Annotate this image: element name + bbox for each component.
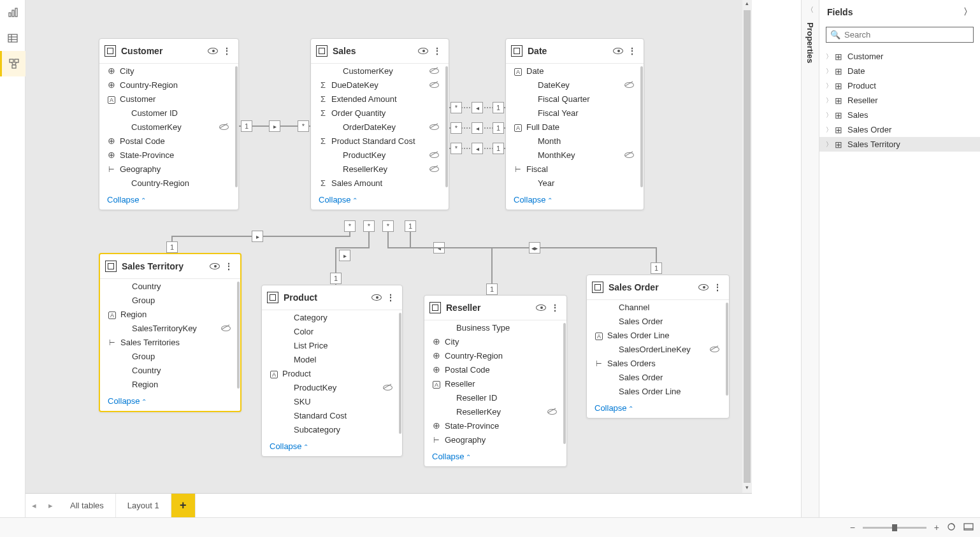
visibility-icon[interactable] — [208, 47, 220, 56]
tab-add-button[interactable]: + — [171, 494, 196, 518]
collapse-link[interactable]: Collapse⌃ — [311, 190, 449, 210]
model-view-button[interactable] — [0, 51, 25, 76]
field-row[interactable]: Postal Code — [99, 134, 238, 148]
field-row[interactable]: Country-Region — [99, 176, 238, 190]
fields-tree-item[interactable]: 〉Product — [819, 78, 980, 93]
collapse-link[interactable]: Collapse⌃ — [424, 447, 566, 466]
field-row[interactable]: SalesTerritoryKey — [100, 321, 240, 335]
table-header[interactable]: Sales Order — [587, 275, 729, 300]
table-sales-order[interactable]: Sales OrderChannelSales OrderSales Order… — [586, 275, 730, 419]
visibility-icon[interactable] — [210, 262, 222, 271]
collapse-link[interactable]: Collapse⌃ — [587, 398, 729, 418]
fields-search-box[interactable]: 🔍 — [826, 27, 974, 43]
tab-layout-1[interactable]: Layout 1 — [116, 494, 171, 518]
field-row[interactable]: Fiscal Year — [506, 106, 644, 120]
field-row[interactable]: Country-Region — [99, 78, 238, 92]
fields-tree-item[interactable]: 〉Customer — [819, 49, 980, 64]
field-row[interactable]: Extended Amount — [311, 92, 449, 106]
field-row[interactable]: Group — [100, 293, 240, 307]
table-header[interactable]: Date — [506, 39, 644, 64]
collapse-fields-button[interactable]: 〉 — [963, 6, 972, 18]
field-row[interactable]: DateKey — [506, 78, 644, 92]
collapse-link[interactable]: Collapse⌃ — [100, 391, 240, 411]
field-row[interactable]: Sales Territories — [100, 335, 240, 349]
fields-tree-item[interactable]: 〉Sales — [819, 108, 980, 122]
table-header[interactable]: Product — [262, 285, 402, 310]
fields-tree-item[interactable]: 〉Sales Order — [819, 122, 980, 137]
field-row[interactable]: Country — [100, 279, 240, 293]
field-row[interactable]: Category — [262, 310, 402, 324]
table-date[interactable]: DateDateDateKeyFiscal QuarterFiscal Year… — [505, 38, 644, 210]
field-row[interactable]: City — [424, 334, 566, 348]
field-row[interactable]: Channel — [587, 300, 729, 314]
more-options-button[interactable] — [431, 46, 443, 56]
field-row[interactable]: Sales Order Line — [587, 328, 729, 342]
field-row[interactable]: Geography — [99, 162, 238, 176]
field-row[interactable]: DueDateKey — [311, 78, 449, 92]
field-row[interactable]: ProductKey — [262, 380, 402, 394]
field-row[interactable]: ResellerKey — [424, 405, 566, 419]
field-row[interactable]: Subcategory — [262, 422, 402, 436]
field-scrollbar[interactable] — [237, 282, 240, 389]
more-options-button[interactable] — [626, 46, 638, 56]
visibility-icon[interactable] — [536, 303, 549, 313]
field-row[interactable]: Reseller — [424, 376, 566, 390]
relationship-line[interactable] — [387, 232, 389, 247]
page-view-button[interactable] — [963, 522, 974, 533]
field-scrollbar[interactable] — [445, 66, 448, 187]
fields-search-input[interactable] — [844, 30, 969, 39]
more-options-button[interactable] — [549, 303, 561, 313]
field-scrollbar[interactable] — [563, 323, 566, 444]
field-row[interactable]: Region — [100, 377, 240, 391]
more-options-button[interactable] — [384, 292, 397, 303]
more-options-button[interactable] — [711, 282, 724, 292]
field-row[interactable]: Business Type — [424, 320, 566, 334]
field-scrollbar[interactable] — [726, 303, 728, 396]
collapse-link[interactable]: Collapse⌃ — [262, 436, 402, 456]
table-header[interactable]: Sales — [311, 39, 449, 64]
field-row[interactable]: Fiscal Quarter — [506, 92, 644, 106]
table-reseller[interactable]: ResellerBusiness TypeCityCountry-RegionP… — [424, 295, 567, 467]
table-sales-territory[interactable]: Sales TerritoryCountryGroupRegionSalesTe… — [99, 253, 241, 412]
field-row[interactable]: Geography — [424, 433, 566, 447]
table-header[interactable]: Sales Territory — [100, 254, 240, 279]
field-row[interactable]: Product Standard Cost — [311, 134, 449, 148]
field-row[interactable]: Full Date — [506, 120, 644, 134]
fit-to-page-button[interactable] — [947, 522, 956, 533]
field-row[interactable]: ResellerKey — [311, 162, 449, 176]
field-row[interactable]: ProductKey — [311, 148, 449, 162]
field-row[interactable]: CustomerKey — [99, 120, 238, 134]
field-row[interactable]: SKU — [262, 394, 402, 408]
scroll-up-icon[interactable]: ▴ — [742, 0, 752, 9]
visibility-icon[interactable] — [613, 47, 626, 56]
visibility-icon[interactable] — [698, 283, 711, 292]
visibility-icon[interactable] — [418, 47, 431, 56]
relationship-line[interactable] — [335, 247, 370, 248]
field-row[interactable]: OrderDateKey — [311, 120, 449, 134]
table-product[interactable]: ProductCategoryColorList PriceModelProdu… — [261, 285, 403, 457]
expand-properties-button[interactable]: 〈 — [807, 5, 814, 15]
canvas-vertical-scrollbar[interactable]: ▴ ▾ — [742, 0, 752, 493]
table-header[interactable]: Customer — [99, 39, 238, 64]
field-row[interactable]: MonthKey — [506, 148, 644, 162]
zoom-slider-thumb[interactable] — [892, 524, 897, 531]
field-row[interactable]: Year — [506, 176, 644, 190]
fields-tree-item[interactable]: 〉Reseller — [819, 93, 980, 108]
zoom-out-button[interactable]: − — [850, 522, 855, 533]
field-row[interactable]: Customer ID — [99, 106, 238, 120]
model-canvas[interactable]: 1 ▸ * * ◂ 1 * ◂ 1 * ◂ 1 * * * 1 ▸ 1 ▸ 1 — [25, 0, 752, 493]
field-row[interactable]: Country-Region — [424, 348, 566, 362]
fields-tree-item[interactable]: 〉Date — [819, 64, 980, 78]
field-row[interactable]: Standard Cost — [262, 408, 402, 422]
zoom-slider[interactable] — [863, 527, 926, 529]
field-row[interactable]: Region — [100, 307, 240, 321]
field-row[interactable]: Reseller ID — [424, 390, 566, 405]
field-row[interactable]: City — [99, 64, 238, 78]
more-options-button[interactable] — [220, 46, 233, 56]
field-row[interactable]: Month — [506, 134, 644, 148]
visibility-icon[interactable] — [371, 293, 384, 303]
collapse-link[interactable]: Collapse⌃ — [506, 190, 644, 210]
field-row[interactable]: State-Province — [99, 148, 238, 162]
field-row[interactable]: Country — [100, 363, 240, 377]
field-row[interactable]: Sales Order Line — [587, 384, 729, 398]
